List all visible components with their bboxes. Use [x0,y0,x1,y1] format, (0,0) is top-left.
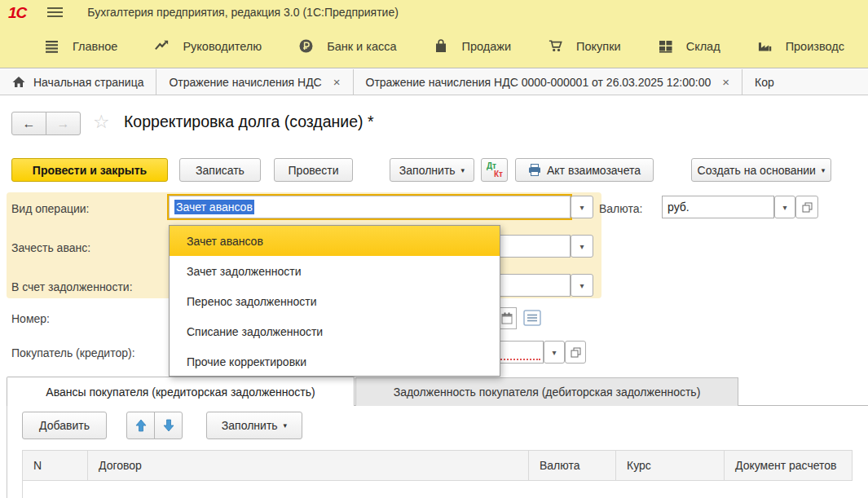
dropdown-item[interactable]: Зачет задолженности [170,256,500,286]
currency-input[interactable]: руб. [662,196,774,218]
dropdown-item[interactable]: Зачет авансов [170,226,500,256]
advance-dropdown-button[interactable]: ▾ [571,235,593,258]
comment-icon [523,310,541,326]
tab-korrektirovka[interactable]: Кор [742,69,786,95]
button-label: Добавить [39,419,90,432]
chevron-down-icon: ▾ [461,166,465,174]
menu-label: Продажи [462,40,512,53]
printer-icon [528,164,541,176]
ruble-icon [299,39,313,53]
create-based-on-button[interactable]: Создать на основании ▾ [691,158,831,182]
column-header-n[interactable]: N [22,450,88,481]
post-button[interactable]: Провести [274,158,353,182]
buyer-open-button[interactable] [565,341,586,364]
favorite-star-icon[interactable]: ☆ [93,112,110,131]
main-menu-icon[interactable] [47,5,63,20]
button-label: Создать на основании [698,164,816,177]
dropdown-item[interactable]: Прочие корректировки [170,346,500,377]
button-label: Акт взаимозачета [547,164,641,177]
home-icon [12,76,25,88]
operation-type-input[interactable]: Зачет авансов [169,196,571,218]
sections-icon [45,39,59,53]
1c-logo-icon: 1С [8,5,26,20]
window-title: Бухгалтерия предприятия, редакция 3.0 (1… [87,6,399,19]
menu-label: Покупки [576,40,621,53]
currency-open-button[interactable] [795,196,818,218]
operation-type-label: Вид операции: [11,202,90,215]
warehouse-icon [659,39,672,53]
fill-grid-button[interactable]: Заполнить ▾ [206,412,302,439]
fill-menu-button[interactable]: Заполнить ▾ [390,158,474,182]
tab-buyer-advances[interactable]: Авансы покупателя (кредиторская задолжен… [7,377,355,406]
column-header-rate[interactable]: Курс [615,450,725,481]
menu-item-proizvodstvo[interactable]: Производс [758,39,844,53]
bag-icon [434,39,448,53]
open-windows-bar: Начальная страница Отражение начисления … [0,69,868,95]
against-debt-dropdown-button[interactable]: ▾ [571,274,593,297]
tab-panel-border [7,406,7,498]
currency-label: Валюта: [599,202,642,215]
menu-item-pokupki[interactable]: Покупки [549,39,621,53]
column-header-settlement-doc[interactable]: Документ расчетов [724,450,853,481]
menu-item-prodazhi[interactable]: Продажи [434,39,512,53]
button-label: Заполнить [222,419,278,432]
column-header-contract[interactable]: Договор [87,450,529,481]
section-menu-bar: Главное Руководителю Банк и касса Продаж… [0,24,868,68]
show-postings-button[interactable]: Дт Кт [481,158,508,182]
move-row-down-button[interactable] [154,412,183,439]
number-label: Номер: [11,312,50,325]
tab-label: Кор [755,76,774,89]
open-form-icon [571,347,581,358]
grid-body-border [22,481,23,498]
tab-nds-list[interactable]: Отражение начисления НДС × [156,69,352,95]
forward-button[interactable]: → [46,112,81,135]
factory-icon [758,39,772,53]
button-label: Провести [289,164,339,177]
print-act-button[interactable]: Акт взаимозачета [515,158,654,182]
operation-type-dropdown-button[interactable]: ▾ [571,196,593,218]
menu-label: Склад [686,40,720,53]
currency-value: руб. [668,201,690,214]
tab-buyer-debt[interactable]: Задолженность покупателя (дебиторская за… [355,377,738,406]
dropdown-item[interactable]: Перенос задолженности [170,286,500,316]
selected-text: Зачет авансов [174,200,254,214]
advance-label: Зачесть аванс: [11,241,90,254]
tab-home[interactable]: Начальная страница [0,69,156,95]
close-icon[interactable]: × [722,75,729,89]
arrow-up-icon [135,419,147,432]
operation-type-dropdown-list: Зачет авансов Зачет задолженности Перено… [169,225,500,377]
buyer-creditor-label: Покупатель (кредитор): [11,346,135,359]
cart-icon [549,39,562,53]
move-row-up-button[interactable] [126,412,155,439]
menu-label: Главное [73,40,117,53]
menu-item-sklad[interactable]: Склад [659,39,720,53]
chevron-down-icon: ▾ [284,421,288,430]
save-button[interactable]: Записать [179,158,261,182]
buyer-dropdown-button[interactable]: ▾ [544,341,565,364]
trend-icon [155,39,169,53]
tab-label: Начальная страница [33,76,143,89]
open-form-icon [802,202,813,213]
arrow-down-icon [163,419,174,432]
menu-item-rukovoditelyu[interactable]: Руководителю [155,39,262,53]
button-label: Провести и закрыть [33,164,147,177]
post-and-close-button[interactable]: Провести и закрыть [11,158,168,182]
comment-button[interactable] [523,310,541,326]
app-window: 1С Бухгалтерия предприятия, редакция 3.0… [0,0,868,498]
back-button[interactable]: ← [11,112,46,135]
calendar-icon[interactable] [501,312,513,324]
column-header-currency[interactable]: Валюта [528,450,616,481]
currency-dropdown-button[interactable]: ▾ [774,196,795,218]
tab-label: Отражение начисления НДС 0000-000001 от … [366,76,712,89]
menu-label: Производс [786,40,844,53]
credit-label: Кт [494,170,503,178]
add-row-button[interactable]: Добавить [22,412,107,439]
tab-label: Отражение начисления НДС [169,76,321,89]
chevron-down-icon: ▾ [822,166,826,174]
menu-item-bank-i-kassa[interactable]: Банк и касса [299,39,396,53]
tab-nds-document[interactable]: Отражение начисления НДС 0000-000001 от … [354,69,742,95]
menu-item-glavnoe[interactable]: Главное [45,39,117,53]
dropdown-item[interactable]: Списание задолженности [170,316,500,346]
against-debt-label: В счет задолженности: [11,280,133,293]
close-icon[interactable]: × [333,75,341,89]
